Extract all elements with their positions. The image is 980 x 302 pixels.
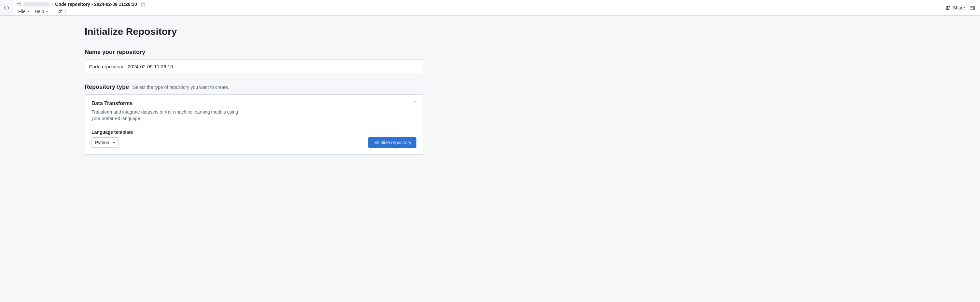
folder-icon [16,2,21,7]
caret-down-icon [113,142,115,143]
language-template-label: Language template [91,130,133,135]
language-selected-value: Python [95,140,110,145]
card-description: Transform and integrate datasets or trai… [91,109,248,122]
type-section-label: Repository type [85,84,129,91]
share-label: Share [953,5,965,10]
menu-bar: File Help 1 [16,8,945,15]
menu-help[interactable]: Help [33,8,50,15]
people-icon [945,5,951,11]
caret-down-icon [27,11,30,13]
svg-marker-1 [141,2,145,6]
svg-rect-9 [970,9,973,10]
topbar-right: Share [945,0,980,15]
type-section-hint: Select the type of repository you want t… [133,84,229,90]
repository-name-input[interactable] [85,60,423,73]
svg-rect-10 [974,6,975,10]
share-button[interactable]: Share [945,5,965,11]
caret-down-icon [45,11,48,13]
name-section-label: Name your repository [85,49,423,56]
branches-icon [58,9,63,14]
type-section-header: Repository type Select the type of repos… [85,84,423,91]
card-title: Data Transforms [91,100,417,106]
svg-rect-2 [59,10,60,11]
language-field: Language template Python [91,130,133,148]
svg-rect-4 [61,10,62,11]
menu-help-label: Help [35,9,44,14]
page-title: Initialize Repository [85,26,423,37]
initialize-repository-button[interactable]: Initialize repository [368,137,417,148]
language-select[interactable]: Python [91,137,119,148]
menu-file-label: File [18,9,26,14]
branch-count: 1 [64,9,67,14]
app-icon[interactable] [0,0,13,15]
breadcrumb-separator: › [51,2,53,7]
breadcrumb-parent-redacted[interactable] [24,2,49,6]
favorite-star-icon[interactable] [140,2,146,7]
svg-rect-8 [970,8,973,8]
topbar: › Code repository - 2024-02-09 11:26:10 … [0,0,980,16]
chevron-down-icon[interactable] [412,99,417,105]
panel-toggle-icon[interactable] [970,5,975,11]
svg-rect-7 [970,6,973,6]
menu-file[interactable]: File [16,8,32,15]
svg-rect-3 [59,12,60,13]
breadcrumb: › Code repository - 2024-02-09 11:26:10 [16,0,945,8]
menu-divider [53,9,53,14]
svg-point-6 [948,6,950,8]
card-footer: Language template Python Initialize repo… [91,130,417,148]
branch-indicator[interactable]: 1 [57,8,68,15]
content-inner: Initialize Repository Name your reposito… [85,26,423,154]
topbar-main: › Code repository - 2024-02-09 11:26:10 … [13,0,945,15]
content-area: Initialize Repository Name your reposito… [0,16,980,302]
svg-point-5 [946,6,948,8]
repo-type-card: Data Transforms Transform and integrate … [85,94,423,154]
breadcrumb-title[interactable]: Code repository - 2024-02-09 11:26:10 [55,2,137,7]
